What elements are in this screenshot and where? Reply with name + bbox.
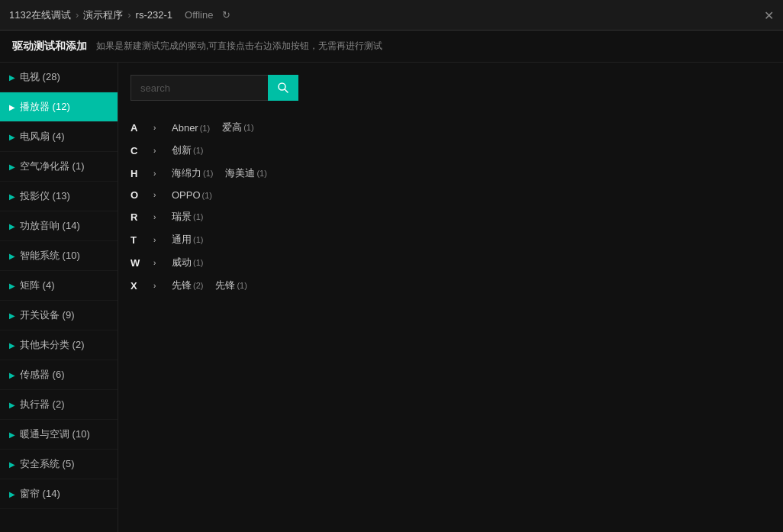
sidebar-arrow-14: ▶: [9, 490, 15, 498]
brand-count-3-0: (1): [202, 191, 212, 200]
breadcrumb-item-1[interactable]: 1132在线调试: [9, 8, 71, 22]
page-title: 驱动测试和添加: [12, 40, 87, 53]
brand-item-5-0[interactable]: 通用(1): [166, 231, 209, 248]
sidebar-arrow-5: ▶: [9, 222, 15, 231]
brand-count-0-1: (1): [243, 123, 253, 132]
sidebar-label-5: 功放音响 (14): [20, 219, 80, 233]
brand-letter-1: C: [130, 145, 153, 156]
sidebar-label-3: 空气净化器 (1): [20, 160, 85, 173]
brand-count-5-0: (1): [193, 235, 203, 244]
brand-count-2-0: (1): [203, 169, 213, 178]
sidebar-arrow-12: ▶: [9, 430, 15, 439]
sidebar-arrow-3: ▶: [9, 163, 15, 171]
search-bar: [130, 75, 771, 101]
sidebar-label-7: 矩阵 (4): [20, 279, 55, 292]
refresh-icon[interactable]: ↻: [222, 9, 230, 21]
brand-count-7-1: (1): [237, 281, 246, 290]
sidebar-label-13: 安全系统 (5): [20, 457, 75, 471]
brand-arrow-5: ›: [153, 236, 166, 244]
sidebar-item-7[interactable]: ▶矩阵 (4): [0, 271, 118, 301]
sidebar-item-8[interactable]: ▶开关设备 (9): [0, 301, 118, 330]
sidebar: ▶电视 (28)▶播放器 (12)▶电风扇 (4)▶空气净化器 (1)▶投影仪 …: [0, 63, 118, 532]
sidebar-item-0[interactable]: ▶电视 (28): [0, 63, 118, 92]
brand-arrow-4: ›: [153, 213, 166, 221]
brand-group-6: W›威动(1): [130, 251, 771, 274]
header-bar: 驱动测试和添加 如果是新建测试完成的驱动,可直接点击右边添加按钮，无需再进行测试: [0, 31, 783, 63]
sidebar-item-4[interactable]: ▶投影仪 (13): [0, 182, 118, 211]
status-badge: Offline: [185, 9, 213, 21]
brand-group-2: H›海绵力(1)海美迪(1): [130, 162, 771, 185]
breadcrumb-item-3[interactable]: rs-232-1: [136, 9, 172, 21]
brand-count-1-0: (1): [193, 146, 203, 155]
brand-arrow-6: ›: [153, 259, 166, 267]
sidebar-arrow-8: ▶: [9, 311, 15, 320]
sidebar-item-1[interactable]: ▶播放器 (12): [0, 92, 118, 122]
brand-arrow-0: ›: [153, 124, 166, 132]
sidebar-label-9: 其他未分类 (2): [20, 338, 85, 352]
sidebar-arrow-6: ▶: [9, 252, 15, 260]
sidebar-item-10[interactable]: ▶传感器 (6): [0, 360, 118, 390]
brand-item-3-0[interactable]: OPPO(1): [166, 188, 218, 202]
sidebar-item-11[interactable]: ▶执行器 (2): [0, 390, 118, 420]
brand-count-0-0: (1): [200, 124, 210, 133]
sidebar-label-12: 暖通与空调 (10): [20, 427, 90, 441]
brand-group-3: O›OPPO(1): [130, 185, 771, 205]
search-icon: [277, 82, 289, 94]
brand-letter-6: W: [130, 257, 153, 269]
content-area: A›Abner(1)爱高(1)C›创新(1)H›海绵力(1)海美迪(1)O›OP…: [118, 63, 783, 532]
breadcrumb-sep-1: ›: [76, 9, 79, 21]
sidebar-item-2[interactable]: ▶电风扇 (4): [0, 122, 118, 152]
sidebar-label-0: 电视 (28): [20, 70, 60, 84]
brands-container: A›Abner(1)爱高(1)C›创新(1)H›海绵力(1)海美迪(1)O›OP…: [130, 116, 771, 297]
brand-count-2-1: (1): [256, 169, 266, 178]
brand-arrow-1: ›: [153, 147, 166, 155]
brand-count-7-0: (2): [193, 281, 203, 290]
search-button[interactable]: [268, 75, 298, 101]
brand-group-0: A›Abner(1)爱高(1): [130, 116, 771, 139]
sidebar-arrow-1: ▶: [9, 103, 15, 111]
brand-item-1-0[interactable]: 创新(1): [166, 142, 209, 159]
close-button[interactable]: ✕: [764, 8, 774, 22]
main-layout: ▶电视 (28)▶播放器 (12)▶电风扇 (4)▶空气净化器 (1)▶投影仪 …: [0, 63, 783, 532]
sidebar-item-14[interactable]: ▶窗帘 (14): [0, 479, 118, 509]
brand-letter-2: H: [130, 168, 153, 179]
sidebar-label-11: 执行器 (2): [20, 398, 65, 411]
header-desc: 如果是新建测试完成的驱动,可直接点击右边添加按钮，无需再进行测试: [96, 40, 382, 53]
sidebar-arrow-10: ▶: [9, 371, 15, 379]
brand-item-6-0[interactable]: 威动(1): [166, 254, 209, 271]
brand-count-6-0: (1): [193, 258, 203, 267]
brand-item-0-0[interactable]: Abner(1): [166, 121, 216, 135]
breadcrumb-item-2[interactable]: 演示程序: [83, 8, 123, 22]
sidebar-item-5[interactable]: ▶功放音响 (14): [0, 211, 118, 241]
brand-count-4-0: (1): [193, 212, 203, 221]
sidebar-item-12[interactable]: ▶暖通与空调 (10): [0, 420, 118, 450]
brand-letter-7: X: [130, 280, 153, 292]
sidebar-label-4: 投影仪 (13): [20, 189, 70, 203]
brand-item-0-1[interactable]: 爱高(1): [216, 119, 259, 136]
brand-group-4: R›瑞景(1): [130, 205, 771, 228]
brand-arrow-2: ›: [153, 169, 166, 178]
brand-arrow-3: ›: [153, 191, 166, 199]
sidebar-item-6[interactable]: ▶智能系统 (10): [0, 241, 118, 271]
brand-group-1: C›创新(1): [130, 139, 771, 162]
sidebar-label-1: 播放器 (12): [20, 100, 70, 114]
breadcrumb-sep-2: ›: [127, 9, 130, 21]
sidebar-item-3[interactable]: ▶空气净化器 (1): [0, 152, 118, 182]
brand-item-7-1[interactable]: 先锋(1): [209, 277, 253, 294]
brand-letter-4: R: [130, 211, 153, 223]
search-input[interactable]: [130, 75, 268, 101]
sidebar-item-9[interactable]: ▶其他未分类 (2): [0, 330, 118, 360]
breadcrumb: 1132在线调试 › 演示程序 › rs-232-1 Offline ↻: [9, 8, 230, 22]
brand-letter-3: O: [130, 189, 153, 201]
brand-item-2-1[interactable]: 海美迪(1): [219, 165, 272, 182]
sidebar-arrow-4: ▶: [9, 192, 15, 201]
sidebar-item-13[interactable]: ▶安全系统 (5): [0, 450, 118, 479]
brand-item-4-0[interactable]: 瑞景(1): [166, 208, 209, 225]
brand-item-7-0[interactable]: 先锋(2): [166, 277, 209, 294]
brand-item-2-0[interactable]: 海绵力(1): [166, 165, 219, 182]
titlebar: 1132在线调试 › 演示程序 › rs-232-1 Offline ↻ ✕: [0, 0, 783, 31]
brand-letter-0: A: [130, 122, 153, 134]
sidebar-arrow-7: ▶: [9, 282, 15, 290]
sidebar-arrow-0: ▶: [9, 73, 15, 82]
brand-arrow-7: ›: [153, 282, 166, 290]
